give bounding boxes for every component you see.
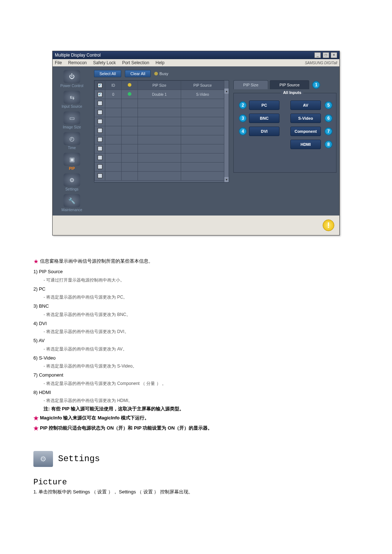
sidebar-item-image-size[interactable]: ▭ Image Size [56,111,88,129]
item-1-head: 1) PIP Source [33,268,359,275]
sidebar-label-settings: Settings [56,187,88,191]
table-row[interactable] [95,144,224,153]
col-pip-source: PIP Source [181,81,224,90]
scrollbar[interactable]: ▴ ▾ [224,89,229,182]
input-icon: ⇆ [64,91,80,104]
scroll-up-icon[interactable]: ▴ [224,89,229,94]
window-title: Multiple Display Control [55,53,101,58]
sidebar-label-maintenance: Maintenance [56,208,88,212]
wrench-icon: 🔧 [64,194,80,207]
input-svideo-button[interactable]: S-Video [290,114,321,123]
item-6-sub: - 将选定显示器的画中画信号源更改为 S-Video。 [44,363,359,369]
input-pc-button[interactable]: PC [249,100,279,110]
item-8-sub: - 将选定显示器的画中画信号源更改为 HDMI。 [44,397,359,404]
row-checkbox[interactable] [98,110,102,115]
minimize-button[interactable]: _ [314,52,321,58]
table-row[interactable] [95,117,224,126]
header-checkbox[interactable] [98,83,102,88]
table-row[interactable] [95,153,224,163]
input-component-button[interactable]: Component [290,127,321,136]
settings-section-title: Settings [58,454,100,464]
sidebar-item-power-control[interactable]: ⏻ Power Control [56,70,88,88]
tab-pip-size[interactable]: PIP Size [233,80,268,89]
sidebar-label-time: Time [56,146,88,150]
app-window: Multiple Display Control _ □ × File Remo… [52,51,340,235]
status-dot-icon [128,83,131,87]
scroll-down-icon[interactable]: ▾ [224,177,229,182]
close-button[interactable]: × [331,52,337,58]
item-3-sub: - 将选定显示器的画中画信号源更改为 BNC。 [44,311,359,318]
cell-pip-size: Double 1 [138,90,181,99]
clear-all-button[interactable]: Clear All [125,70,151,77]
sidebar-label-power: Power Control [56,84,88,88]
intro-text: 信息窗格显示画中画信号源控制所需的某些基本信息。 [40,258,153,264]
item-6-head: 6) S-Video [33,354,359,362]
row-checkbox[interactable] [98,173,102,178]
marker-6: 6 [324,114,332,122]
item-2-head: 2) PC [33,286,359,293]
row-checkbox[interactable] [98,146,102,151]
menu-safety-lock[interactable]: Safety Lock [93,60,116,65]
input-av-button[interactable]: AV [290,100,321,110]
table-row[interactable]: 0 Double 1 S-Video [95,90,224,99]
star-icon: ★ [33,415,38,421]
display-grid: ID PIP Size PIP Source 0 Double 1 S-Vid [94,80,229,182]
cell-id: 0 [105,90,122,99]
row-checkbox[interactable] [98,101,102,106]
star-line-2: PIP 控制功能只适合电源状态为 ON（开）和 PIP 功能设置为 ON（开）的… [40,425,213,431]
warning-icon[interactable]: ! [323,219,334,231]
table-row[interactable] [95,172,224,181]
row-checkbox[interactable] [98,128,102,133]
table-row[interactable] [95,135,224,144]
item-7-head: 7) Component [33,372,359,379]
row-checkbox[interactable] [98,92,102,97]
item-4-head: 4) DVI [33,320,359,327]
item-1-sub: - 可通过打开显示器电源控制画中画大小。 [44,277,359,283]
menu-port-selection[interactable]: Port Selection [122,60,149,65]
all-inputs-panel: All Inputs 2 PC 3 BNC [233,93,336,173]
input-bnc-button[interactable]: BNC [249,114,279,123]
sidebar-item-time[interactable]: ◴ Time [56,132,88,150]
sidebar-label-image: Image Size [56,125,88,129]
table-row[interactable] [95,126,224,135]
marker-3: 3 [239,114,247,122]
busy-label: Busy [159,71,168,76]
marker-4: 4 [239,127,247,135]
sidebar-item-maintenance[interactable]: 🔧 Maintenance [56,194,88,212]
image-size-icon: ▭ [64,111,80,124]
tab-pip-source[interactable]: PIP Source [270,80,309,89]
item-8-head: 8) HDMI [33,389,359,396]
select-all-button[interactable]: Select All [94,70,121,77]
window-controls: _ □ × [314,52,337,58]
note-text: 注: 有些 PIP 输入源可能无法使用，这取决于主屏幕的输入源类型。 [44,405,359,413]
star-line-1: MagicInfo 输入来源仅可在 MagicInfo 模式下运行。 [40,415,149,420]
power-icon: ⏻ [64,70,80,83]
menu-file[interactable]: File [55,60,62,65]
marker-5: 5 [324,101,332,109]
sidebar: ⏻ Power Control ⇆ Input Source ▭ Image S… [53,66,91,216]
maximize-button[interactable]: □ [323,52,329,58]
sidebar-item-pip[interactable]: ▣ PIP [56,153,88,171]
row-checkbox[interactable] [98,119,102,124]
marker-1: 1 [312,81,320,89]
menu-help[interactable]: Help [156,60,165,65]
table-row[interactable] [95,163,224,172]
col-pip-size: PIP Size [138,81,181,90]
table-row[interactable] [95,99,224,108]
sidebar-item-input-source[interactable]: ⇆ Input Source [56,91,88,108]
table-row[interactable] [95,108,224,117]
row-checkbox[interactable] [98,164,102,169]
menu-remocon[interactable]: Remocon [68,60,87,65]
input-dvi-button[interactable]: DVI [249,127,279,136]
cell-pip-source: S-Video [181,90,224,99]
row-checkbox[interactable] [98,137,102,142]
sidebar-item-settings[interactable]: ⚙ Settings [56,173,88,191]
input-hdmi-button[interactable]: HDMI [290,140,321,149]
picture-line-1: 1. 单击控制板中的 Settings （ 设置 ）， Settings （ 设… [33,488,359,496]
item-2-sub: - 将选定显示器的画中画信号源更改为 PC。 [44,294,359,300]
clock-icon: ◴ [64,132,80,145]
all-inputs-heading: All Inputs [281,90,303,95]
sidebar-label-pip: PIP [56,167,88,171]
col-status [122,81,138,90]
row-checkbox[interactable] [98,155,102,160]
